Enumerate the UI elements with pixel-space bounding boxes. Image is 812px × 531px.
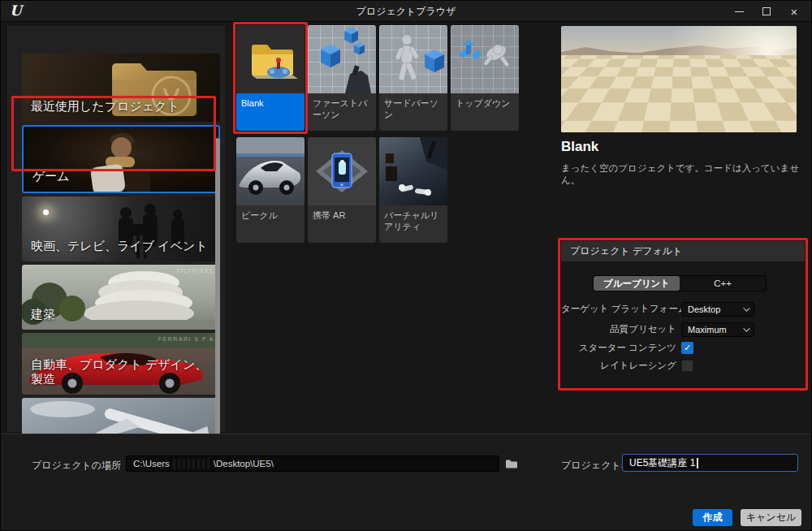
language-toggle: ブループリント C++: [593, 275, 767, 291]
category-games[interactable]: ゲーム: [22, 125, 220, 193]
toggle-cpp[interactable]: C++: [680, 276, 766, 291]
template-thumbnail-handheld-ar: [308, 137, 376, 205]
path-suffix: \Desktop\UE5\: [214, 459, 274, 468]
starter-content-label: スターター コンテンツ: [561, 342, 681, 354]
sun-glow: [561, 26, 797, 132]
redacted-username: [171, 459, 213, 469]
category-recent-projects[interactable]: 最近使用したプロジェクト: [22, 54, 220, 122]
footer-divider: [1, 434, 811, 434]
template-label: ビークル: [236, 205, 304, 243]
category-label: 自動車、プロダクト デザイン、製造: [31, 357, 209, 388]
footer-bar: [1, 434, 811, 531]
template-thumbnail-third-person: [379, 25, 447, 93]
check-icon: ✓: [684, 343, 691, 352]
category-label: 建築: [31, 307, 55, 322]
toggle-blueprint[interactable]: ブループリント: [594, 276, 680, 291]
starter-content-checkbox[interactable]: ✓: [681, 342, 693, 354]
target-platform-dropdown[interactable]: Desktop: [681, 302, 754, 317]
selected-template-description: まったく空のプロジェクトです。コードは入っていません。: [561, 162, 801, 187]
cancel-button[interactable]: キャンセル: [741, 509, 801, 526]
project-name-value: UE5基礎講座 1: [629, 456, 695, 470]
raytracing-checkbox[interactable]: [681, 360, 693, 372]
close-button[interactable]: ×: [784, 1, 805, 22]
template-card-blank[interactable]: Blank: [236, 25, 304, 131]
category-automotive-product-design[interactable]: FERRARI S.P.A 自動車、プロダクト デザイン、製造: [22, 333, 220, 395]
template-thumbnail-virtual-reality: [379, 137, 447, 205]
category-sidebar: 最近使用したプロジェクト ゲーム 映画、テレビ、ライブ イベント: [7, 26, 225, 432]
template-label: バーチャルリアリティ: [379, 205, 447, 243]
template-card-third-person[interactable]: サードパーソン: [379, 25, 447, 131]
selected-template-title: Blank: [561, 139, 598, 155]
browse-folder-button[interactable]: [504, 456, 519, 471]
template-label: Blank: [236, 93, 304, 131]
template-thumbnail-top-down: [451, 25, 519, 93]
folder-icon: [505, 459, 518, 469]
chevron-down-icon: [743, 304, 749, 311]
quality-preset-label: 品質プリセット: [561, 323, 681, 335]
chevron-down-icon: [743, 325, 749, 331]
template-label: ファーストパーソン: [308, 93, 376, 131]
dropdown-value: Desktop: [688, 304, 720, 314]
template-card-first-person[interactable]: ファーストパーソン: [308, 25, 376, 131]
text-cursor: [697, 458, 698, 468]
maximize-icon: [762, 7, 771, 15]
project-location-input[interactable]: C:\Users \Desktop\UE5\: [126, 455, 499, 472]
quality-preset-dropdown[interactable]: Maximum: [681, 322, 754, 337]
create-button[interactable]: 作成: [693, 509, 732, 526]
project-name-input[interactable]: UE5基礎講座 1: [622, 454, 798, 472]
template-thumbnail-vehicle: [236, 137, 304, 205]
template-label: サードパーソン: [379, 93, 447, 131]
minimize-button[interactable]: [728, 1, 749, 22]
maximize-button[interactable]: [756, 1, 777, 22]
template-label: トップダウン: [451, 93, 519, 131]
template-card-virtual-reality[interactable]: バーチャルリアリティ: [379, 137, 447, 243]
template-thumbnail-first-person: [308, 25, 376, 93]
template-preview-image: [561, 26, 797, 132]
window-title: プロジェクトブラウザ: [1, 1, 811, 22]
project-browser-window: U プロジェクトブラウザ × 最近使用したプロジェクト ゲーム: [0, 0, 812, 531]
minimize-icon: [735, 11, 744, 12]
template-card-top-down[interactable]: トップダウン: [451, 25, 519, 131]
category-label: 映画、テレビ、ライブ イベント: [31, 239, 208, 254]
project-location-label: プロジェクトの場所: [32, 459, 121, 473]
category-label: ゲーム: [32, 169, 70, 184]
category-architecture[interactable]: TILTPIXEL 建築: [22, 265, 220, 330]
project-defaults-header: プロジェクト デフォルト: [561, 241, 805, 261]
template-card-vehicle[interactable]: ビークル: [236, 137, 304, 243]
category-label: 最近使用したプロジェクト: [31, 99, 179, 114]
yellow-folder-gamepad-icon: [236, 25, 304, 93]
dropdown-value: Maximum: [688, 325, 727, 335]
project-name-label: プロジェクト名: [561, 459, 631, 473]
template-label: 携帯 AR: [308, 205, 376, 243]
template-card-handheld-ar[interactable]: 携帯 AR: [308, 137, 376, 243]
target-platform-label: ターゲット プラットフォーム: [561, 303, 681, 315]
path-prefix: C:\Users: [133, 459, 170, 468]
raytracing-label: レイトレーシング: [561, 360, 681, 372]
title-bar: U プロジェクトブラウザ ×: [1, 1, 811, 22]
category-film-tv-live-events[interactable]: 映画、テレビ、ライブ イベント: [22, 196, 220, 261]
sidebar-scrollbar[interactable]: [215, 138, 220, 453]
template-thumbnail-blank: [236, 25, 304, 93]
